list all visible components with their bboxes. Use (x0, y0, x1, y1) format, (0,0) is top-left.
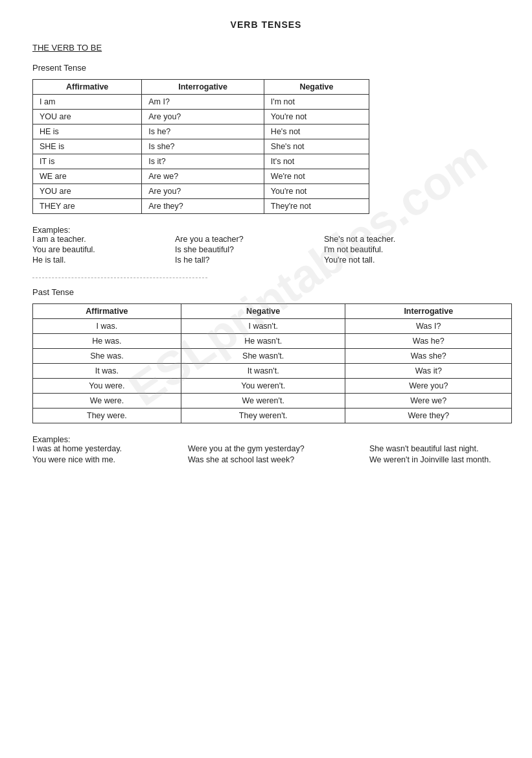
example-cell: Are you a teacher? (175, 235, 324, 244)
table-row: YOU areAre you?You're not (33, 184, 369, 199)
past-examples-block: Examples: I was at home yesterday.Were y… (32, 435, 500, 464)
table-cell: WE are (33, 169, 142, 184)
past-tense-label: Past Tense (32, 287, 500, 297)
table-cell: We weren't. (181, 394, 345, 409)
past-header-affirmative: Affirmative (33, 304, 181, 319)
table-cell: He wasn't. (181, 334, 345, 349)
table-row: You were.You weren't.Were you? (33, 379, 512, 394)
table-cell: He's not (264, 124, 369, 139)
table-cell: Were you? (345, 379, 512, 394)
table-cell: She was. (33, 349, 181, 364)
table-row: They were.They weren't.Were they? (33, 409, 512, 423)
present-header-interrogative: Interrogative (142, 80, 264, 95)
table-row: SHE isIs she?She's not (33, 139, 369, 154)
table-cell: YOU are (33, 184, 142, 199)
table-cell: They weren't. (181, 409, 345, 423)
table-row: THEY areAre they?They're not (33, 199, 369, 214)
table-cell: You're not (264, 184, 369, 199)
table-row: He was.He wasn't.Was he? (33, 334, 512, 349)
table-cell: Am I? (142, 95, 264, 110)
table-cell: We're not (264, 169, 369, 184)
table-cell: IT is (33, 154, 142, 169)
table-cell: She's not (264, 139, 369, 154)
table-cell: Is he? (142, 124, 264, 139)
present-tense-table: Affirmative Interrogative Negative I amA… (32, 79, 369, 214)
table-cell: YOU are (33, 110, 142, 124)
table-row: We were.We weren't.Were we? (33, 394, 512, 409)
example-cell: Were you at the gym yesterday? (188, 444, 369, 453)
present-examples-block: Examples: I am a teacher.Are you a teach… (32, 226, 500, 265)
table-cell: Is it? (142, 154, 264, 169)
table-row: HE isIs he?He's not (33, 124, 369, 139)
example-cell: She wasn't beautiful last night. (369, 444, 532, 453)
table-cell: You're not (264, 110, 369, 124)
example-cell: She's not a teacher. (324, 235, 480, 244)
table-cell: It was. (33, 364, 181, 379)
table-row: She was.She wasn't.Was she? (33, 349, 512, 364)
example-cell: Is he tall? (175, 255, 324, 265)
table-cell: Was it? (345, 364, 512, 379)
table-cell: She wasn't. (181, 349, 345, 364)
past-examples-label: Examples: (32, 435, 500, 444)
section-divider (32, 278, 207, 278)
table-row: IT isIs it?It's not (33, 154, 369, 169)
past-examples-grid: I was at home yesterday.Were you at the … (32, 444, 500, 464)
table-cell: I am (33, 95, 142, 110)
table-cell: I wasn't. (181, 319, 345, 334)
table-cell: He was. (33, 334, 181, 349)
past-header-negative: Negative (181, 304, 345, 319)
example-cell: You were nice with me. (32, 455, 188, 464)
table-cell: Are you? (142, 110, 264, 124)
table-cell: Was I? (345, 319, 512, 334)
present-header-affirmative: Affirmative (33, 80, 142, 95)
table-row: WE areAre we?We're not (33, 169, 369, 184)
table-cell: They were. (33, 409, 181, 423)
table-cell: Were they? (345, 409, 512, 423)
table-cell: You were. (33, 379, 181, 394)
example-cell: You're not tall. (324, 255, 480, 265)
present-examples-label: Examples: (32, 226, 70, 235)
table-cell: Are we? (142, 169, 264, 184)
table-row: It was.It wasn't.Was it? (33, 364, 512, 379)
table-cell: Was she? (345, 349, 512, 364)
table-cell: It wasn't. (181, 364, 345, 379)
example-cell: I'm not beautiful. (324, 245, 480, 254)
table-cell: You weren't. (181, 379, 345, 394)
table-cell: Are they? (142, 199, 264, 214)
table-cell: I was. (33, 319, 181, 334)
page-content: ESLprintables.com VERB TENSES THE VERB T… (32, 19, 500, 464)
table-cell: They're not (264, 199, 369, 214)
table-row: I amAm I?I'm not (33, 95, 369, 110)
example-cell: Was she at school last week? (188, 455, 369, 464)
page-title: VERB TENSES (32, 19, 500, 30)
table-cell: SHE is (33, 139, 142, 154)
present-header-negative: Negative (264, 80, 369, 95)
table-cell: THEY are (33, 199, 142, 214)
example-cell: I was at home yesterday. (32, 444, 188, 453)
table-cell: Are you? (142, 184, 264, 199)
past-header-interrogative: Interrogative (345, 304, 512, 319)
table-cell: It's not (264, 154, 369, 169)
table-cell: I'm not (264, 95, 369, 110)
past-tense-table: Affirmative Negative Interrogative I was… (32, 303, 512, 423)
example-cell: I am a teacher. (32, 235, 175, 244)
example-cell: He is tall. (32, 255, 175, 265)
example-cell: You are beautiful. (32, 245, 175, 254)
present-tense-label: Present Tense (32, 63, 500, 73)
present-examples-grid: I am a teacher.Are you a teacher?She's n… (32, 235, 480, 265)
table-cell: HE is (33, 124, 142, 139)
example-cell: We weren't in Joinville last month. (369, 455, 532, 464)
example-cell: Is she beautiful? (175, 245, 324, 254)
table-row: I was.I wasn't.Was I? (33, 319, 512, 334)
section-title: THE VERB TO BE (32, 43, 500, 53)
table-cell: Is she? (142, 139, 264, 154)
table-row: YOU areAre you?You're not (33, 110, 369, 124)
table-cell: Was he? (345, 334, 512, 349)
table-cell: Were we? (345, 394, 512, 409)
table-cell: We were. (33, 394, 181, 409)
